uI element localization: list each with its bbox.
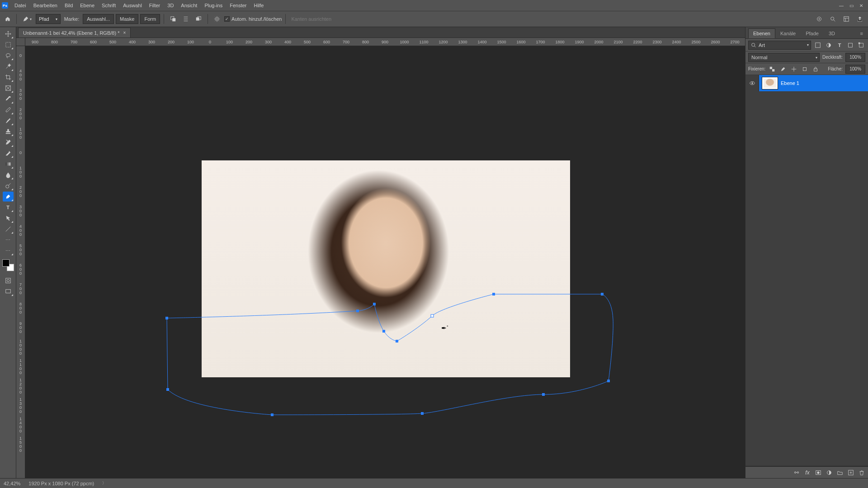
- menu-bild[interactable]: Bild: [61, 0, 76, 11]
- lock-trans-button[interactable]: [768, 65, 776, 73]
- search-app-button[interactable]: [827, 14, 838, 24]
- adjustment-layer-button[interactable]: [826, 469, 833, 476]
- more-tools[interactable]: ⋯: [3, 235, 14, 245]
- ruler-vertical[interactable]: 0400300200100010020030040050060070080090…: [16, 46, 25, 478]
- lock-nest-button[interactable]: [801, 65, 809, 73]
- filter-shape-button[interactable]: [846, 41, 854, 49]
- ruler-origin[interactable]: [16, 38, 25, 46]
- blend-mode-select[interactable]: Normal ▾: [748, 53, 820, 62]
- menu-fenster[interactable]: Fenster: [226, 0, 250, 11]
- menu-bearbeiten[interactable]: Bearbeiten: [30, 0, 61, 11]
- filter-smart-button[interactable]: [857, 41, 865, 49]
- blur-tool[interactable]: [3, 170, 14, 180]
- tab-ebenen[interactable]: Ebenen: [748, 28, 775, 38]
- fill-input[interactable]: 100%: [845, 65, 865, 74]
- heal-tool[interactable]: [3, 105, 14, 115]
- gradient-tool[interactable]: [3, 159, 14, 169]
- menu-schrift[interactable]: Schrift: [98, 0, 119, 11]
- layer-mask-button[interactable]: [815, 469, 822, 476]
- ruler-horizontal[interactable]: 9008007006005004003002001000100200300400…: [25, 38, 745, 46]
- screen-mode-button[interactable]: [3, 286, 14, 296]
- lock-pos-button[interactable]: [790, 65, 798, 73]
- lock-all-button[interactable]: [811, 65, 820, 73]
- dodge-tool[interactable]: [3, 181, 14, 191]
- canvas-viewport[interactable]: ✒°: [25, 46, 745, 478]
- history-brush-tool[interactable]: [3, 137, 14, 147]
- group-button[interactable]: [836, 469, 844, 476]
- layer-visibility-toggle[interactable]: [745, 75, 759, 91]
- layer-row[interactable]: Ebene 1: [745, 75, 868, 91]
- color-swatches[interactable]: [2, 259, 14, 271]
- path-select-tool[interactable]: [3, 213, 14, 223]
- tool-mode-select[interactable]: Pfad ▾: [36, 14, 61, 24]
- tab-pfade[interactable]: Pfade: [801, 28, 824, 38]
- link-layers-button[interactable]: ⚯: [793, 469, 800, 476]
- share-button[interactable]: [854, 14, 865, 24]
- auto-add-delete-checkbox[interactable]: ✓ Autom. hinzuf./löschen: [224, 16, 282, 22]
- svg-rect-17: [5, 290, 10, 293]
- opacity-input[interactable]: 100%: [845, 53, 865, 62]
- lasso-tool[interactable]: [3, 51, 14, 61]
- make-shape-button[interactable]: Form: [140, 14, 160, 24]
- new-layer-button[interactable]: [847, 469, 854, 476]
- window-close-button[interactable]: ✕: [856, 1, 866, 10]
- crop-icon: [5, 74, 11, 80]
- menu-ebene[interactable]: Ebene: [76, 0, 98, 11]
- filter-type-button[interactable]: T: [835, 41, 844, 49]
- tool-preset-button[interactable]: ▾: [20, 14, 34, 24]
- frame-tool[interactable]: [3, 83, 14, 93]
- shape-tool[interactable]: [3, 224, 14, 234]
- document-tab[interactable]: Unbenannt-1 bei 42,4% (Ebene 1, RGB/8) *…: [18, 28, 131, 38]
- lock-image-button[interactable]: [779, 65, 787, 73]
- tab-3d[interactable]: 3D: [824, 28, 840, 38]
- layer-name[interactable]: Ebene 1: [781, 80, 868, 86]
- brush-tool[interactable]: [3, 116, 14, 126]
- layer-fx-button[interactable]: fx: [804, 469, 811, 476]
- filter-pixel-button[interactable]: [814, 41, 822, 49]
- menu-filter[interactable]: Filter: [146, 0, 164, 11]
- layer-thumbnail[interactable]: [762, 77, 778, 89]
- make-selection-button[interactable]: Auswahl...: [83, 14, 114, 24]
- path-arrangement-button[interactable]: [193, 14, 204, 24]
- quick-mask-button[interactable]: [3, 276, 14, 286]
- eyedropper-tool[interactable]: [3, 94, 14, 104]
- window-maximize-button[interactable]: ▭: [846, 1, 856, 10]
- workspace-button[interactable]: [841, 14, 852, 24]
- path-operations-button[interactable]: [168, 14, 179, 24]
- menu-ansicht[interactable]: Ansicht: [177, 0, 201, 11]
- path-options-button[interactable]: [212, 14, 222, 24]
- doc-info[interactable]: 1920 Px x 1080 Px (72 ppcm): [28, 481, 94, 486]
- close-icon[interactable]: ×: [123, 30, 126, 35]
- home-button[interactable]: [3, 14, 13, 24]
- eraser-tool[interactable]: [3, 148, 14, 158]
- svg-point-6: [819, 19, 820, 20]
- crop-tool[interactable]: [3, 72, 14, 82]
- zoom-level[interactable]: 42,42%: [4, 481, 20, 486]
- filter-adjust-button[interactable]: [825, 41, 833, 49]
- ellipsis-icon: ⋯: [5, 248, 10, 254]
- pen-tool[interactable]: [3, 192, 14, 202]
- layer-list[interactable]: Ebene 1: [745, 75, 868, 466]
- window-minimize-button[interactable]: —: [836, 1, 846, 10]
- menu-3d[interactable]: 3D: [164, 0, 177, 11]
- chevron-right-icon[interactable]: 〉: [102, 480, 106, 486]
- menu-auswahl[interactable]: Auswahl: [119, 0, 146, 11]
- stamp-tool[interactable]: [3, 127, 14, 136]
- layer-filter-select[interactable]: Art ▾: [748, 41, 811, 50]
- make-mask-button[interactable]: Maske: [116, 14, 138, 24]
- delete-layer-button[interactable]: [858, 469, 865, 476]
- menu-datei[interactable]: Datei: [11, 0, 30, 11]
- path-alignment-button[interactable]: [180, 14, 191, 24]
- move-tool[interactable]: [3, 29, 14, 39]
- menu-plugins[interactable]: Plug-ins: [201, 0, 226, 11]
- type-tool[interactable]: T: [3, 202, 14, 212]
- foreground-color-swatch[interactable]: [2, 259, 9, 267]
- menu-hilfe[interactable]: Hilfe: [250, 0, 267, 11]
- marquee-tool[interactable]: [3, 40, 14, 50]
- quick-select-tool[interactable]: [3, 61, 14, 71]
- edit-toolbar[interactable]: ⋯: [3, 246, 14, 256]
- panel-menu-button[interactable]: ≡: [855, 28, 868, 38]
- tab-kanaele[interactable]: Kanäle: [775, 28, 801, 38]
- document-canvas[interactable]: [202, 160, 570, 377]
- cloud-docs-button[interactable]: [814, 14, 825, 24]
